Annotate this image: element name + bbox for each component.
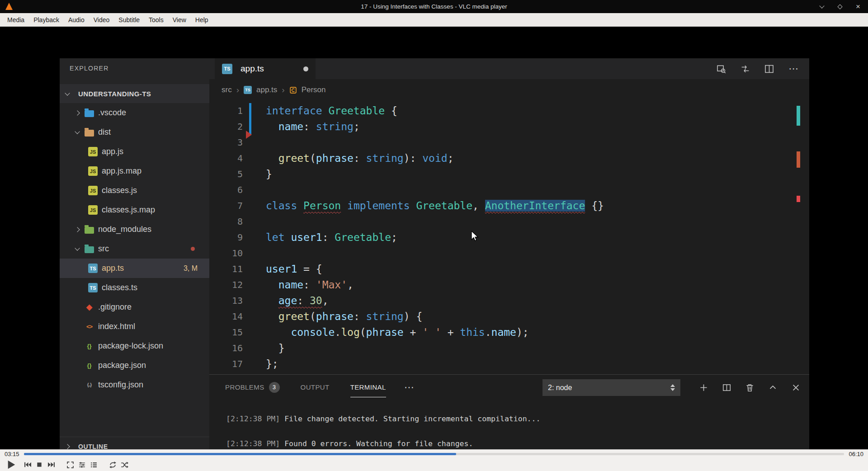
code-line-2[interactable]: 2 name: string; <box>209 119 809 135</box>
file-label: classes.js.map <box>102 205 155 215</box>
chevron-separator-icon: › <box>282 85 284 95</box>
tree-item-classes-ts[interactable]: TSclasses.ts <box>60 278 209 297</box>
playlist-button[interactable] <box>88 459 99 470</box>
tab-app-ts[interactable]: TS app.ts <box>215 58 316 79</box>
breadcrumb-app-ts[interactable]: app.ts <box>256 85 277 94</box>
code-line-7[interactable]: 7class Person implements Greetable, Anot… <box>209 198 809 214</box>
menu-view[interactable]: View <box>168 14 191 25</box>
code-line-5[interactable]: 5} <box>209 166 809 182</box>
file-label: package.json <box>98 361 146 370</box>
tree-item-index-html[interactable]: <>index.html <box>60 317 209 336</box>
menu-playback[interactable]: Playback <box>29 14 64 25</box>
tree-item-app-ts[interactable]: TSapp.ts3, M <box>60 259 209 278</box>
title-bar[interactable]: 17 - Using Interfaces with Classes - VLC… <box>0 0 868 13</box>
file-label: index.html <box>98 322 135 331</box>
js-file-icon: JS <box>88 147 98 156</box>
breadcrumb-person[interactable]: Person <box>302 85 326 94</box>
code-line-4[interactable]: 4 greet(phrase: string): void; <box>209 151 809 166</box>
open-preview-icon[interactable] <box>717 64 726 74</box>
minimize-button[interactable] <box>818 3 826 10</box>
line-number: 5 <box>209 166 243 182</box>
total-time: 06:10 <box>844 451 868 457</box>
vlc-menu-bar: MediaPlaybackAudioVideoSubtitleToolsView… <box>0 13 868 27</box>
workspace-root-row[interactable]: UNDERSTANDING-TS <box>60 84 209 103</box>
extended-settings-button[interactable] <box>76 459 88 470</box>
code-line-1[interactable]: 1interface Greetable { <box>209 103 809 119</box>
mouse-cursor <box>471 231 480 244</box>
breadcrumb: src › TS app.ts › Person <box>209 79 809 101</box>
seek-slider[interactable] <box>24 453 844 455</box>
code-line-10[interactable]: 10 <box>209 245 809 261</box>
breadcrumb-src[interactable]: src <box>222 85 232 94</box>
video-area[interactable]: EXPLORER UNDERSTANDING-TS .vscodedistJSa… <box>0 27 868 449</box>
tree-item-dist[interactable]: dist <box>60 122 209 142</box>
code-line-13[interactable]: 13 age: 30, <box>209 293 809 309</box>
line-number: 16 <box>209 340 243 356</box>
line-number: 12 <box>209 277 243 293</box>
menu-media[interactable]: Media <box>3 14 29 25</box>
close-button[interactable]: × <box>854 3 862 10</box>
code-line-15[interactable]: 15 console.log(phrase + ' ' + this.name)… <box>209 325 809 340</box>
terminal-line: [2:12:38 PM] Found 0 errors. Watching fo… <box>226 439 473 448</box>
window-controls: × <box>818 0 862 13</box>
menu-video[interactable]: Video <box>89 14 114 25</box>
git-file-icon: ◆ <box>85 302 94 312</box>
more-actions-icon[interactable]: ⋯ <box>788 63 798 75</box>
maximize-button[interactable] <box>836 3 844 10</box>
file-label: src <box>98 244 109 254</box>
code-editor[interactable]: 1interface Greetable {2 name: string;34 … <box>209 101 809 374</box>
tree-item-app-js[interactable]: JSapp.js <box>60 142 209 161</box>
tree-item-classes-js-map[interactable]: JSclasses.js.map <box>60 200 209 220</box>
random-button[interactable] <box>118 459 130 470</box>
tree-item-node-modules[interactable]: node_modules <box>60 220 209 239</box>
modified-dot-icon[interactable] <box>303 66 308 71</box>
tree-item-package-lock-json[interactable]: {}package-lock.json <box>60 336 209 356</box>
code-line-3[interactable]: 3 <box>209 135 809 151</box>
modified-folder-dot <box>191 247 195 251</box>
line-number: 6 <box>209 182 243 198</box>
file-label: app.js <box>102 147 123 156</box>
menu-help[interactable]: Help <box>191 14 213 25</box>
code-line-16[interactable]: 16 } <box>209 340 809 356</box>
menu-tools[interactable]: Tools <box>144 14 168 25</box>
tree-item--vscode[interactable]: .vscode <box>60 103 209 122</box>
terminal-message: File change detected. Starting increment… <box>280 414 540 423</box>
code-line-14[interactable]: 14 greet(phrase: string) { <box>209 309 809 325</box>
split-editor-icon[interactable] <box>764 64 774 74</box>
open-changes-icon[interactable] <box>741 64 750 74</box>
code-line-12[interactable]: 12 name: 'Max', <box>209 277 809 293</box>
line-number: 1 <box>209 103 243 119</box>
js-file-icon: JS <box>88 186 98 195</box>
fullscreen-button[interactable] <box>64 459 76 470</box>
code-line-11[interactable]: 11user1 = { <box>209 261 809 277</box>
tree-item-classes-js[interactable]: JSclasses.js <box>60 181 209 200</box>
editor-toolbar: ⋯ <box>717 58 798 79</box>
code-line-6[interactable]: 6 <box>209 182 809 198</box>
play-button[interactable] <box>4 459 19 470</box>
file-label: app.ts <box>102 264 124 273</box>
chevron-down-icon <box>75 129 80 134</box>
folder-src-icon <box>85 246 94 253</box>
previous-button[interactable] <box>22 459 33 470</box>
elapsed-time: 03:15 <box>0 451 24 457</box>
tree-item-app-js-map[interactable]: JSapp.js.map <box>60 161 209 181</box>
loop-button[interactable] <box>107 459 118 470</box>
menu-audio[interactable]: Audio <box>64 14 89 25</box>
class-symbol-icon <box>289 86 297 94</box>
code-line-9[interactable]: 9let user1: Greetable; <box>209 230 809 245</box>
tree-item--gitignore[interactable]: ◆.gitignore <box>60 297 209 317</box>
line-number: 3 <box>209 135 243 151</box>
typescript-file-icon: TS <box>222 64 232 74</box>
vscode-screenshot: EXPLORER UNDERSTANDING-TS .vscodedistJSa… <box>60 58 809 471</box>
code-line-8[interactable]: 8 <box>209 214 809 230</box>
tree-item-src[interactable]: src <box>60 239 209 259</box>
menu-subtitle[interactable]: Subtitle <box>114 14 144 25</box>
code-line-17[interactable]: 17}; <box>209 356 809 372</box>
chevron-down-icon <box>75 245 80 250</box>
tree-item-package-json[interactable]: {}package.json <box>60 356 209 375</box>
next-button[interactable] <box>45 459 57 470</box>
tree-item-tsconfig-json[interactable]: {..}tsconfig.json <box>60 375 209 395</box>
stop-button[interactable] <box>33 459 45 470</box>
line-number: 10 <box>209 245 243 261</box>
terminal-timestamp: [2:12:38 PM] <box>226 414 280 423</box>
